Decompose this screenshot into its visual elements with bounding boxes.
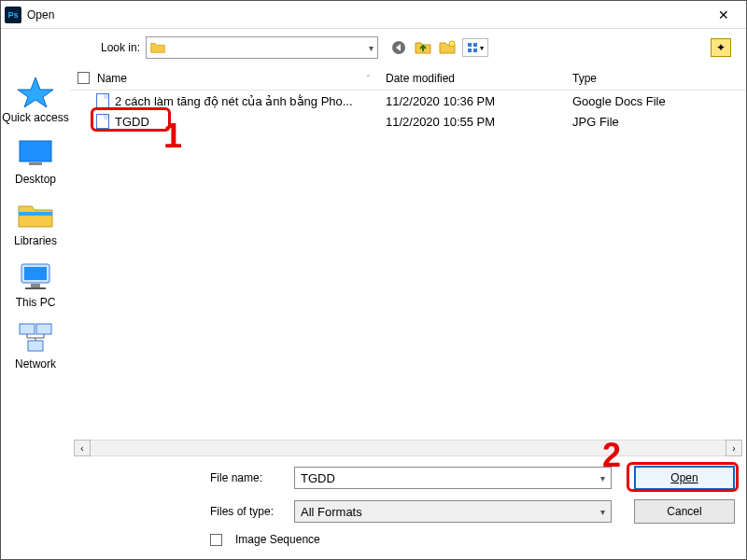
file-date: 11/2/2020 10:55 PM bbox=[378, 115, 565, 129]
svg-rect-2 bbox=[468, 43, 472, 47]
svg-rect-9 bbox=[19, 212, 52, 216]
chevron-down-icon: ▾ bbox=[369, 43, 374, 53]
places-bar: Quick access Desktop Libraries This PC bbox=[1, 66, 70, 559]
desktop-icon bbox=[16, 137, 55, 169]
file-type: JPG File bbox=[565, 115, 746, 129]
scroll-track[interactable] bbox=[91, 440, 726, 456]
back-button[interactable] bbox=[389, 38, 408, 57]
toolbar-icons: ▾ bbox=[389, 38, 488, 57]
place-label: Libraries bbox=[14, 234, 57, 247]
place-label: Network bbox=[15, 357, 56, 371]
cancel-button[interactable]: Cancel bbox=[634, 499, 735, 524]
image-sequence-row: Image Sequence bbox=[210, 533, 735, 546]
svg-rect-14 bbox=[20, 324, 35, 334]
main-area: Quick access Desktop Libraries This PC bbox=[1, 66, 746, 559]
table-row[interactable]: 2 cách làm tăng độ nét của ảnh bằng Pho.… bbox=[70, 91, 746, 111]
svg-rect-11 bbox=[24, 267, 47, 280]
header-date[interactable]: Date modified bbox=[378, 66, 565, 90]
lookin-label: Look in: bbox=[1, 41, 146, 54]
this-pc-icon bbox=[16, 260, 55, 292]
new-folder-button[interactable] bbox=[438, 38, 457, 57]
file-rows: 2 cách làm tăng độ nét của ảnh bằng Pho.… bbox=[70, 91, 746, 436]
open-dialog: Ps Open ✕ Look in: ▾ ▾ bbox=[0, 0, 747, 560]
quick-access-icon bbox=[16, 76, 55, 107]
svg-rect-4 bbox=[468, 49, 472, 52]
file-list: Name ˄ Date modified Type 2 cách làm tăn… bbox=[70, 66, 746, 559]
file-icon bbox=[96, 93, 109, 108]
place-libraries[interactable]: Libraries bbox=[14, 199, 57, 247]
libraries-icon bbox=[16, 199, 55, 231]
place-label: This PC bbox=[16, 296, 56, 309]
window-title: Open bbox=[27, 8, 705, 21]
header-name-label: Name bbox=[97, 72, 127, 85]
svg-rect-5 bbox=[473, 49, 477, 52]
place-label: Quick access bbox=[2, 111, 68, 124]
svg-marker-6 bbox=[18, 77, 53, 107]
image-sequence-label: Image Sequence bbox=[235, 533, 320, 546]
place-quick-access[interactable]: Quick access bbox=[2, 76, 68, 124]
lookin-combo[interactable]: ▾ bbox=[146, 36, 378, 59]
network-icon bbox=[16, 322, 55, 354]
filename-label: File name: bbox=[81, 471, 294, 484]
annotation-number-1: 1 bbox=[163, 117, 182, 156]
file-name: 2 cách làm tăng độ nét của ảnh bằng Pho.… bbox=[115, 94, 353, 108]
filename-combo[interactable]: TGDD ▾ bbox=[294, 467, 612, 489]
svg-rect-13 bbox=[25, 287, 46, 289]
folder-icon bbox=[150, 41, 165, 54]
lookin-toolbar: Look in: ▾ ▾ ✦ bbox=[1, 29, 746, 66]
scroll-right-button[interactable]: › bbox=[726, 440, 742, 456]
annotation-number-2: 2 bbox=[602, 436, 621, 475]
svg-rect-12 bbox=[31, 284, 40, 287]
filetypes-label: Files of type: bbox=[81, 505, 294, 518]
horizontal-scrollbar[interactable]: ‹ › bbox=[74, 440, 742, 456]
svg-rect-16 bbox=[28, 341, 43, 351]
favorite-button[interactable]: ✦ bbox=[711, 38, 731, 57]
titlebar: Ps Open ✕ bbox=[1, 1, 746, 29]
sort-caret-icon: ˄ bbox=[366, 74, 371, 83]
scroll-left-button[interactable]: ‹ bbox=[74, 440, 91, 456]
filetypes-value: All Formats bbox=[301, 505, 362, 519]
annotation-highlight-2 bbox=[627, 462, 739, 492]
select-all-checkbox[interactable] bbox=[78, 72, 90, 84]
chevron-down-icon: ▾ bbox=[480, 44, 484, 52]
photoshop-icon: Ps bbox=[5, 7, 21, 23]
chevron-down-icon: ▾ bbox=[600, 507, 605, 517]
header-name[interactable]: Name ˄ bbox=[70, 66, 378, 90]
svg-point-1 bbox=[449, 41, 455, 47]
annotation-highlight-1 bbox=[91, 107, 171, 132]
file-date: 11/2/2020 10:36 PM bbox=[378, 94, 565, 108]
svg-rect-8 bbox=[29, 162, 42, 165]
up-folder-button[interactable] bbox=[414, 38, 432, 57]
filename-value: TGDD bbox=[301, 471, 335, 485]
file-type: Google Docs File bbox=[565, 94, 746, 108]
svg-rect-7 bbox=[20, 141, 51, 161]
close-button[interactable]: ✕ bbox=[705, 7, 742, 22]
place-label: Desktop bbox=[15, 173, 56, 186]
svg-rect-15 bbox=[36, 324, 51, 334]
svg-rect-3 bbox=[473, 43, 477, 47]
place-this-pc[interactable]: This PC bbox=[16, 260, 56, 309]
place-desktop[interactable]: Desktop bbox=[15, 137, 56, 186]
filetypes-combo[interactable]: All Formats ▾ bbox=[294, 500, 612, 523]
place-network[interactable]: Network bbox=[15, 322, 56, 371]
bottom-panel: File name: TGDD ▾ Open Files of type: Al… bbox=[70, 456, 746, 559]
view-menu-button[interactable]: ▾ bbox=[462, 38, 488, 57]
image-sequence-checkbox[interactable] bbox=[210, 534, 222, 546]
column-headers: Name ˄ Date modified Type bbox=[70, 66, 746, 91]
header-type[interactable]: Type bbox=[565, 66, 746, 90]
